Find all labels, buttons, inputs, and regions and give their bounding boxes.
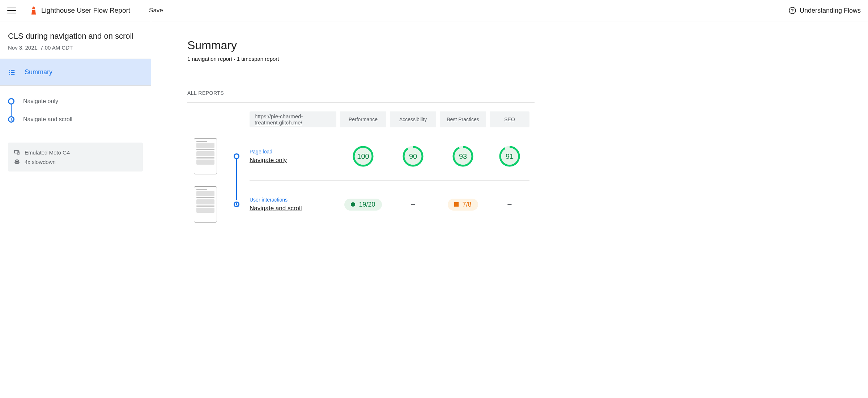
score-value: 91 (499, 145, 520, 167)
step-label: Navigate and scroll (23, 116, 72, 123)
help-icon: ? (789, 7, 796, 14)
main-content: Summary 1 navigation report · 1 timespan… (151, 21, 868, 398)
column-header-performance: Performance (340, 111, 386, 127)
score-performance[interactable]: 100 (340, 145, 386, 167)
cpu-icon (14, 158, 20, 165)
env-throttle-label: 4x slowdown (25, 159, 56, 165)
env-device-label: Emulated Moto G4 (25, 149, 70, 156)
summary-icon (8, 68, 16, 76)
flow-date: Nov 3, 2021, 7:00 AM CDT (8, 45, 143, 51)
report-link[interactable]: Navigate only (250, 157, 336, 164)
environment-box: Emulated Moto G4 4x slowdown (8, 143, 143, 172)
env-device: Emulated Moto G4 (14, 148, 137, 157)
topbar: Lighthouse User Flow Report Save ? Under… (0, 0, 868, 21)
navigation-marker-icon (8, 98, 14, 105)
timespan-marker-icon (8, 116, 14, 123)
column-header-best-practices: Best Practices (440, 111, 486, 127)
column-header-seo: SEO (490, 111, 529, 127)
pass-dot-icon (351, 202, 355, 207)
section-label: ALL REPORTS (187, 90, 535, 96)
score-performance[interactable]: 19/20 (340, 199, 386, 211)
page-title: Summary (187, 39, 868, 52)
score-seo: − (490, 200, 529, 209)
sidebar-steps: Navigate only Navigate and scroll (0, 86, 151, 135)
sidebar-step-navigate-only[interactable]: Navigate only (8, 92, 143, 110)
timespan-marker-icon (234, 202, 239, 207)
tested-url-link[interactable]: https://pie-charmed-treatment.glitch.me/ (255, 113, 336, 126)
navigation-marker-icon (234, 153, 239, 159)
summary-label: Summary (25, 68, 52, 76)
help-label: Understanding Flows (800, 7, 861, 14)
score-best-practices[interactable]: 7/8 (440, 199, 486, 211)
report-type-label: User interactions (250, 197, 336, 203)
page-subtitle: 1 navigation report · 1 timespan report (187, 56, 868, 62)
device-icon (14, 149, 20, 156)
svg-rect-0 (33, 9, 35, 10)
flow-title: CLS during navigation and on scroll (8, 31, 143, 41)
column-header-url: https://pie-charmed-treatment.glitch.me/ (250, 111, 336, 127)
lighthouse-logo-icon (30, 6, 37, 15)
app-title: Lighthouse User Flow Report (41, 7, 130, 14)
report-name-cell: User interactions Navigate and scroll (250, 197, 336, 212)
timeline-marker (227, 135, 246, 178)
dash-icon: − (507, 200, 512, 209)
reports-table: https://pie-charmed-treatment.glitch.me/… (187, 111, 535, 226)
score-value: 100 (352, 145, 374, 167)
sidebar-step-navigate-and-scroll[interactable]: Navigate and scroll (8, 110, 143, 128)
screenshot-thumbnail[interactable] (187, 186, 224, 223)
svg-rect-2 (16, 161, 18, 163)
menu-icon[interactable] (7, 6, 16, 15)
report-type-label: Page load (250, 149, 336, 154)
screenshot-thumbnail[interactable] (187, 138, 224, 174)
sidebar: CLS during navigation and on scroll Nov … (0, 21, 151, 398)
score-best-practices[interactable]: 93 (440, 145, 486, 167)
step-label: Navigate only (23, 98, 58, 105)
score-value: 93 (452, 145, 474, 167)
score-fraction: 7/8 (462, 201, 471, 208)
sidebar-item-summary[interactable]: Summary (0, 59, 151, 86)
env-throttle: 4x slowdown (14, 157, 137, 166)
score-value: 90 (402, 145, 424, 167)
column-header-accessibility: Accessibility (390, 111, 436, 127)
score-seo[interactable]: 91 (490, 145, 529, 167)
divider (187, 102, 535, 103)
average-square-icon (454, 202, 459, 207)
score-fraction: 19/20 (359, 201, 375, 208)
score-accessibility[interactable]: 90 (390, 145, 436, 167)
report-name-cell: Page load Navigate only (250, 149, 336, 164)
save-button[interactable]: Save (149, 7, 163, 14)
report-link[interactable]: Navigate and scroll (250, 205, 336, 212)
sidebar-header: CLS during navigation and on scroll Nov … (0, 21, 151, 59)
help-link[interactable]: ? Understanding Flows (789, 7, 861, 14)
dash-icon: − (411, 200, 416, 209)
score-accessibility: − (390, 200, 436, 209)
